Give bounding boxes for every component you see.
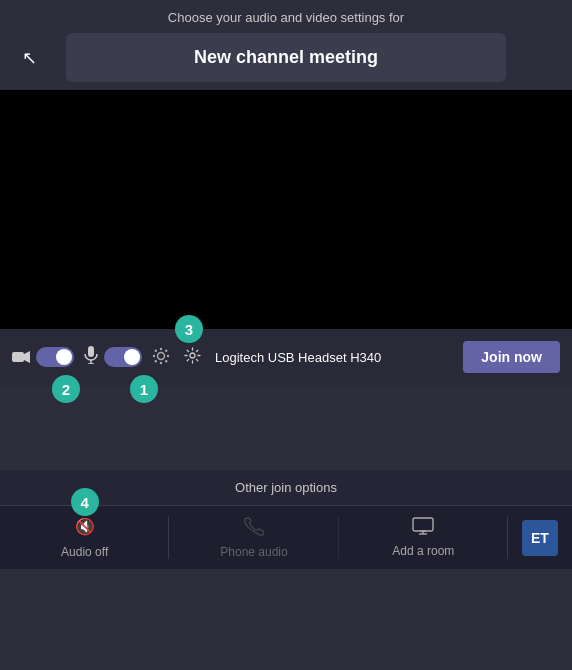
svg-point-8 [153, 354, 155, 356]
add-room-icon [412, 517, 434, 540]
camera-control-group [12, 347, 74, 367]
svg-text:🔇: 🔇 [75, 517, 95, 536]
et-logo: ET [522, 520, 558, 556]
mic-toggle-knob [124, 349, 140, 365]
svg-point-7 [160, 361, 162, 363]
svg-rect-2 [88, 346, 94, 357]
mic-toggle[interactable] [104, 347, 142, 367]
add-room-option[interactable]: Add a room [339, 506, 508, 569]
phone-audio-option[interactable]: Phone audio [169, 506, 338, 569]
svg-rect-16 [413, 518, 433, 531]
svg-point-13 [165, 349, 167, 351]
middle-section [0, 385, 572, 470]
video-preview: 3 [0, 90, 572, 385]
svg-point-10 [155, 349, 157, 351]
camera-icon [12, 350, 30, 364]
badge-3: 3 [175, 315, 203, 343]
svg-rect-0 [12, 352, 24, 362]
et-logo-option[interactable]: ET [508, 506, 572, 569]
camera-toggle[interactable] [36, 347, 74, 367]
join-options-bar: 4 🔇 Audio off Phone audio [0, 505, 572, 569]
camera-toggle-knob [56, 349, 72, 365]
mic-control-group [84, 346, 142, 368]
svg-point-12 [155, 360, 157, 362]
badge-4: 4 [71, 488, 99, 516]
settings-icon[interactable] [184, 347, 201, 367]
header: Choose your audio and video settings for… [0, 0, 572, 90]
add-room-label: Add a room [392, 544, 454, 558]
svg-point-6 [160, 347, 162, 349]
svg-point-9 [167, 354, 169, 356]
badge-2: 2 [52, 375, 80, 403]
device-label: Logitech USB Headset H340 [215, 350, 453, 365]
svg-marker-1 [24, 351, 30, 363]
meeting-title: New channel meeting [66, 33, 506, 82]
audio-off-label: Audio off [61, 545, 108, 559]
mic-icon [84, 346, 98, 368]
badge-1: 1 [130, 375, 158, 403]
audio-off-icon: 🔇 [75, 516, 95, 541]
phone-audio-icon [244, 516, 264, 541]
header-subtitle: Choose your audio and video settings for [168, 10, 404, 25]
other-join-area: Other join options 4 🔇 Audio off Phone a… [0, 470, 572, 569]
svg-point-5 [158, 352, 165, 359]
phone-audio-label: Phone audio [220, 545, 287, 559]
svg-point-14 [190, 353, 195, 358]
controls-bar: 3 [0, 329, 572, 385]
join-now-button[interactable]: Join now [463, 341, 560, 373]
svg-point-11 [165, 360, 167, 362]
effects-icon[interactable] [152, 347, 170, 368]
audio-off-option[interactable]: 4 🔇 Audio off [0, 506, 169, 569]
